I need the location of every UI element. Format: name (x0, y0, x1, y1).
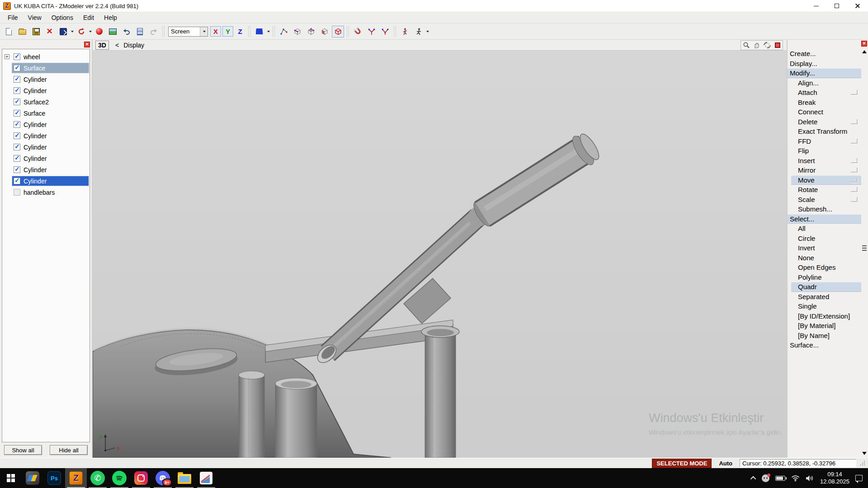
taskbar-photos-app[interactable] (195, 468, 217, 488)
cmd-submesh[interactable]: Submesh... (788, 204, 861, 214)
faces-mode-button[interactable] (305, 26, 317, 38)
tree-row-handlebars[interactable]: handlebars (2, 187, 90, 198)
checkbox-checked-icon[interactable] (14, 132, 20, 139)
checkbox-checked-icon[interactable] (14, 53, 20, 60)
cmd-create[interactable]: Create... (788, 49, 861, 59)
cmd-select-by-material[interactable]: [By Material] (788, 321, 861, 331)
tree-row-cylinder[interactable]: Cylinder (2, 153, 90, 164)
tree-row-cylinder[interactable]: Cylinder (2, 119, 90, 130)
show-all-button[interactable]: Show all (4, 445, 42, 455)
undo-button[interactable] (120, 26, 132, 38)
objects-mode-button[interactable] (332, 26, 344, 38)
unweld-vertices-button[interactable] (379, 26, 391, 38)
zoom-tool-button[interactable] (741, 41, 751, 50)
scroll-down-icon[interactable] (862, 452, 867, 455)
cmd-insert[interactable]: Insert (788, 156, 861, 166)
checkbox-checked-icon[interactable] (14, 178, 20, 184)
tree-row-cylinder[interactable]: Cylinder (2, 74, 90, 85)
tree-row-surface[interactable]: Surface (2, 108, 90, 119)
taskbar-racing-game-app[interactable] (22, 468, 43, 488)
maximize-button[interactable] (826, 0, 847, 12)
menu-view[interactable]: View (23, 13, 47, 23)
cmd-surface[interactable]: Surface... (788, 340, 861, 350)
delete-button[interactable]: ✕ (43, 26, 56, 38)
cmd-select-polyline[interactable]: Polyline (788, 272, 861, 282)
tray-chevron-up-icon[interactable] (750, 476, 756, 482)
tree-row-cylinder-selected[interactable]: Cylinder (2, 175, 90, 187)
animation-tool-button[interactable] (412, 26, 425, 38)
reload-button[interactable] (75, 26, 87, 38)
new-file-button[interactable] (3, 26, 15, 38)
cmd-select-by-id[interactable]: [By ID/Extension] (788, 311, 861, 321)
cmd-select-invert[interactable]: Invert (788, 243, 861, 253)
hide-all-button[interactable]: Hide all (50, 445, 88, 455)
cmd-scale[interactable]: Scale (788, 195, 861, 205)
tree-row-cylinder[interactable]: Cylinder (2, 130, 90, 141)
cmd-select[interactable]: Select... (788, 214, 861, 224)
panel-resize-grip[interactable] (862, 245, 867, 251)
edges-mode-button[interactable] (291, 26, 303, 38)
animation-dropdown-arrow[interactable] (426, 31, 429, 33)
reload-dropdown-arrow[interactable] (89, 31, 92, 33)
cmd-select-circle[interactable]: Circle (788, 234, 861, 244)
cmd-delete[interactable]: Delete (788, 117, 861, 127)
material-editor-button[interactable] (93, 26, 105, 38)
auto-label[interactable]: Auto (715, 460, 736, 467)
view-filter-dropdown-arrow[interactable] (267, 31, 270, 33)
start-button[interactable] (0, 468, 22, 488)
cmd-align[interactable]: Align... (788, 78, 861, 88)
cmd-move[interactable]: Move (788, 175, 861, 185)
cmd-exact-transform[interactable]: Exact Transform (788, 127, 861, 136)
cmd-select-separated[interactable]: Separated (788, 292, 861, 302)
tree-row-cylinder[interactable]: Cylinder (2, 164, 90, 175)
cmd-display[interactable]: Display... (788, 59, 861, 69)
cmd-attach[interactable]: Attach (788, 88, 861, 98)
tray-discord-icon[interactable] (762, 474, 769, 482)
menu-options[interactable]: Options (47, 13, 78, 23)
vertices-mode-button[interactable] (278, 26, 290, 38)
action-center-icon[interactable] (855, 475, 863, 481)
breadcrumb-back-button[interactable]: < (115, 42, 119, 49)
cmd-select-open-edges[interactable]: Open Edges (788, 263, 861, 272)
pan-tool-button[interactable] (751, 41, 762, 50)
panel-close-icon[interactable] (861, 41, 867, 47)
texture-browser-button[interactable] (107, 26, 119, 38)
combo-arrow-button[interactable] (200, 27, 208, 36)
checkbox-checked-icon[interactable] (14, 76, 20, 83)
cmd-select-all[interactable]: All (788, 224, 861, 234)
axis-z-toggle[interactable]: Z (235, 26, 245, 37)
redo-button[interactable] (147, 26, 160, 38)
checkbox-checked-icon[interactable] (14, 144, 20, 150)
save-file-button[interactable] (30, 26, 42, 38)
taskbar-discord-app[interactable]: 9+ (152, 468, 174, 488)
panel-close-icon[interactable] (84, 42, 90, 47)
checkbox-unchecked-icon[interactable] (14, 189, 20, 196)
cmd-select-by-name[interactable]: [By Name] (788, 331, 861, 341)
resize-grip-icon[interactable] (860, 460, 865, 466)
cmd-select-none[interactable]: None (788, 253, 861, 263)
taskbar-zmodeler-app[interactable]: Z (65, 468, 87, 488)
weld-vertices-button[interactable] (365, 26, 377, 38)
wifi-icon[interactable] (791, 475, 800, 482)
cmd-connect[interactable]: Connect (788, 107, 861, 117)
battery-icon[interactable] (775, 476, 785, 481)
expander-plus-icon[interactable] (5, 54, 9, 59)
cmd-modify[interactable]: Modify... (788, 68, 861, 78)
polygons-mode-button[interactable] (318, 26, 330, 38)
cmd-break[interactable]: Break (788, 98, 861, 108)
import-button[interactable] (57, 26, 69, 38)
volume-icon[interactable] (806, 475, 814, 482)
tree-row-wheel[interactable]: wheel (2, 51, 90, 62)
menu-help[interactable]: Help (99, 13, 122, 23)
taskbar-instagram-app[interactable] (130, 468, 152, 488)
close-button[interactable] (847, 0, 868, 12)
cmd-flip[interactable]: Flip (788, 146, 861, 156)
checkbox-checked-icon[interactable] (14, 99, 20, 105)
menu-edit[interactable]: Edit (78, 13, 99, 23)
taskbar-photoshop-app[interactable]: Ps (43, 468, 65, 488)
orbit-tool-button[interactable] (762, 41, 772, 50)
checkbox-checked-icon[interactable] (14, 166, 20, 173)
taskbar-spotify-app[interactable] (108, 468, 130, 488)
axis-x-toggle[interactable]: X (210, 26, 221, 37)
tree-row-surface2[interactable]: Surface2 (2, 96, 90, 108)
